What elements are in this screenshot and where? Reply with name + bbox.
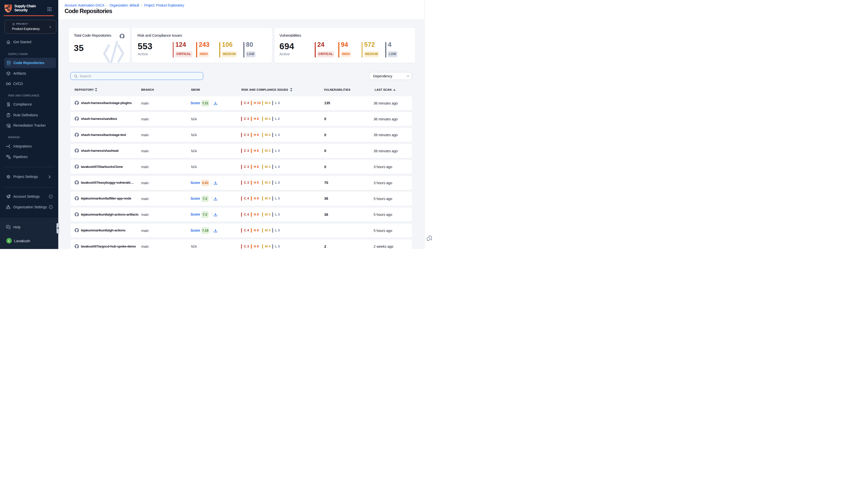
svg-text:?: ? (7, 225, 9, 228)
